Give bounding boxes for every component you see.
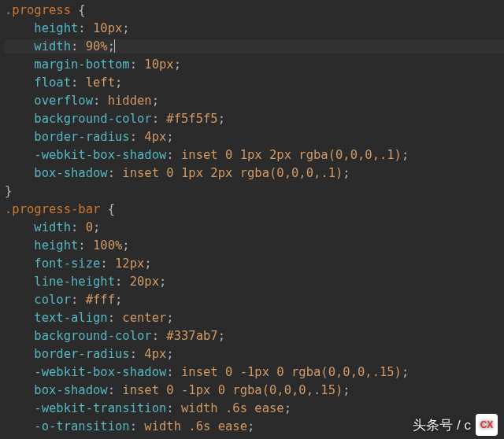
selector: .progress — [5, 3, 71, 17]
css-property: -o-transition — [34, 419, 129, 433]
css-property: float — [34, 76, 71, 90]
selector: .progress-bar — [5, 202, 100, 216]
watermark: 头条号 / c CX — [413, 414, 498, 436]
css-value: #f5f5f5 — [166, 112, 217, 126]
css-property: line-height — [34, 275, 115, 289]
css-property: height — [34, 238, 78, 253]
css-property: color — [34, 293, 71, 307]
css-property: -webkit-box-shadow — [34, 148, 166, 162]
css-property: background-color — [34, 329, 151, 343]
css-property: border-radius — [34, 347, 129, 361]
css-property: text-align — [34, 311, 107, 325]
css-value: 4px — [144, 130, 166, 144]
css-value: 90% — [86, 39, 108, 53]
css-value: 20px — [130, 275, 159, 289]
css-value: inset 0 -1px 0 rgba(0,0,0,.15) — [122, 383, 343, 397]
css-property: width — [34, 220, 71, 234]
css-property: overflow — [34, 94, 93, 108]
css-value: center — [122, 311, 166, 325]
css-value: inset 0 1px 2px rgba(0,0,0,.1) — [181, 148, 402, 162]
watermark-text: 头条号 / c — [413, 416, 471, 434]
css-value: 4px — [144, 347, 166, 361]
css-property: font-size — [34, 256, 100, 271]
css-value: width .6s ease — [144, 419, 247, 433]
css-value: width .6s ease — [181, 401, 284, 415]
css-property: border-radius — [34, 130, 129, 144]
css-property: margin-bottom — [34, 57, 129, 72]
css-value: hidden — [108, 94, 152, 108]
text-cursor — [114, 39, 115, 53]
css-value: 100% — [93, 238, 122, 253]
css-value: 10px — [144, 57, 173, 72]
css-property: background-color — [34, 112, 151, 126]
css-value: inset 0 -1px 0 rgba(0,0,0,.15) — [181, 365, 402, 379]
css-property: height — [34, 21, 78, 35]
watermark-logo-icon: CX — [476, 414, 498, 436]
css-value: 10px — [93, 21, 122, 35]
css-value: 12px — [115, 256, 144, 271]
css-property: -webkit-transition — [34, 401, 166, 415]
code-editor[interactable]: .progress { height: 10px; width: 90%; ma… — [0, 0, 504, 439]
css-property: box-shadow — [34, 383, 107, 397]
css-value: #fff — [86, 293, 115, 307]
css-value: #337ab7 — [166, 329, 217, 343]
css-value: inset 0 1px 2px rgba(0,0,0,.1) — [122, 166, 343, 180]
css-property: width — [34, 39, 71, 53]
css-value: 0 — [86, 220, 93, 234]
css-value: left — [86, 76, 115, 90]
css-property: -webkit-box-shadow — [34, 365, 166, 379]
css-property: box-shadow — [34, 166, 107, 180]
